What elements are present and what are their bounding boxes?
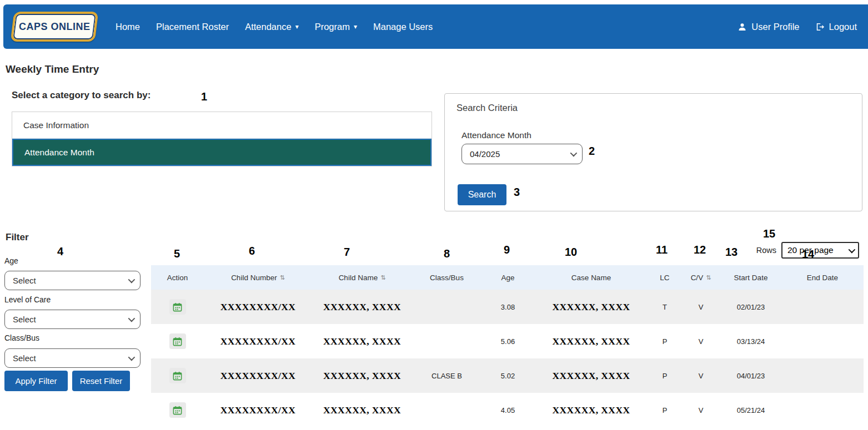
nav-placement-roster[interactable]: Placement Roster: [156, 22, 229, 32]
reset-filter-button[interactable]: Reset Filter: [72, 371, 130, 391]
user-profile-link[interactable]: User Profile: [737, 22, 799, 32]
end-date-cell: [781, 358, 864, 393]
table-row: XXXXXXXX/XX XXXXXX, XXXX CLASE B 5.02 XX…: [151, 358, 864, 393]
age-cell: 5.06: [481, 324, 534, 358]
search-criteria-title: Search Criteria: [456, 103, 518, 113]
caps-online-logo[interactable]: CAPS ONLINE: [11, 12, 99, 42]
logo-text: CAPS ONLINE: [19, 21, 91, 33]
rows-per-page-select[interactable]: 20 per page: [781, 242, 859, 259]
lc-cell: T: [648, 290, 681, 324]
action-cell: [151, 358, 204, 393]
apply-filter-button[interactable]: Apply Filter: [4, 371, 68, 391]
child-number-cell: XXXXXXXX/XX: [204, 358, 312, 393]
sort-icon: ⇅: [380, 274, 385, 281]
col-header-end-date: End Date: [781, 265, 864, 290]
category-option-attendance-month[interactable]: Attendance Month: [12, 139, 432, 166]
child-name-cell: XXXXXX, XXXX: [312, 358, 412, 393]
chevron-down-icon: [849, 246, 856, 253]
main-nav: Home Placement Roster Attendance ▾ Progr…: [116, 22, 433, 32]
category-option-case-information[interactable]: Case Information: [12, 112, 432, 139]
table-header-row: Action Child Number ⇅ Child Name ⇅ Class…: [151, 265, 864, 290]
nav-program[interactable]: Program ▾: [315, 22, 357, 32]
nav-home[interactable]: Home: [116, 22, 140, 32]
col-header-cv[interactable]: C/V ⇅: [681, 265, 720, 290]
col-header-child-name[interactable]: Child Name ⇅: [312, 265, 412, 290]
child-name-cell: XXXXXX, XXXX: [312, 290, 412, 324]
results-table: Rows 20 per page Action Child Number ⇅ C…: [151, 235, 864, 430]
page-title: Weekly Time Entry: [6, 63, 99, 75]
level-of-care-select[interactable]: Select: [4, 310, 141, 329]
chevron-down-icon: ▾: [354, 23, 357, 31]
search-button[interactable]: Search: [458, 184, 506, 205]
col-header-child-name-label: Child Name: [339, 274, 378, 282]
annotation-13: 13: [725, 246, 737, 259]
col-header-age: Age: [481, 265, 534, 290]
cv-cell: V: [681, 393, 720, 427]
end-date-cell: [781, 324, 864, 358]
col-header-case-name: Case Name: [534, 265, 648, 290]
class-bus-cell: [412, 324, 481, 358]
annotation-2: 2: [589, 145, 595, 158]
category-list: Case Information Attendance Month: [12, 112, 432, 166]
annotation-9: 9: [504, 244, 510, 256]
calendar-icon[interactable]: [169, 333, 186, 349]
col-header-start-date: Start Date: [720, 265, 781, 290]
annotation-10: 10: [565, 246, 577, 259]
sort-icon: ⇅: [706, 274, 711, 281]
calendar-icon[interactable]: [169, 299, 186, 315]
class-bus-select[interactable]: Select: [4, 348, 141, 368]
end-date-cell: [781, 393, 864, 427]
user-profile-label: User Profile: [751, 22, 799, 32]
end-date-cell: [781, 290, 864, 324]
child-number-cell: XXXXXXXX/XX: [204, 290, 312, 324]
nav-manage-users[interactable]: Manage Users: [373, 22, 433, 32]
annotation-6: 6: [249, 245, 255, 257]
action-cell: [151, 324, 204, 358]
class-bus-cell: [412, 290, 481, 324]
nav-program-label: Program: [315, 22, 350, 32]
rows-label: Rows: [756, 246, 776, 255]
annotation-15: 15: [763, 227, 775, 240]
start-date-cell: 03/13/24: [720, 324, 781, 358]
lc-cell: P: [648, 324, 681, 358]
attendance-month-value: 04/2025: [470, 149, 500, 159]
class-bus-cell: CLASE B: [412, 358, 481, 393]
cv-cell: V: [681, 324, 720, 358]
nav-attendance[interactable]: Attendance ▾: [245, 22, 299, 32]
age-select[interactable]: Select: [4, 271, 141, 290]
chevron-down-icon: [570, 150, 578, 157]
annotation-8: 8: [444, 247, 450, 260]
level-of-care-select-value: Select: [13, 315, 36, 324]
age-cell: 4.05: [481, 393, 534, 427]
annotation-3: 3: [514, 186, 520, 199]
navbar-right: User Profile Logout: [737, 22, 857, 32]
cv-cell: V: [681, 358, 720, 393]
calendar-icon[interactable]: [169, 402, 186, 418]
col-header-child-number[interactable]: Child Number ⇅: [204, 265, 312, 290]
lc-cell: P: [648, 358, 681, 393]
class-bus-label: Class/Bus: [4, 333, 39, 342]
case-name-cell: XXXXXX, XXXX: [534, 290, 648, 324]
col-header-class-bus: Class/Bus: [412, 265, 481, 290]
user-icon: [737, 22, 747, 32]
case-name-cell: XXXXXX, XXXX: [534, 358, 648, 393]
annotation-7: 7: [344, 246, 350, 259]
annotation-14: 14: [802, 248, 814, 261]
case-name-cell: XXXXXX, XXXX: [534, 393, 648, 427]
annotation-12: 12: [694, 244, 706, 256]
table-row: XXXXXXXX/XX XXXXXX, XXXX 3.08 XXXXXX, XX…: [151, 290, 864, 324]
attendance-month-select[interactable]: 04/2025: [461, 144, 583, 164]
lc-cell: P: [648, 393, 681, 427]
table-row: XXXXXXXX/XX XXXXXX, XXXX 5.06 XXXXXX, XX…: [151, 324, 864, 358]
annotation-4: 4: [57, 245, 63, 258]
child-name-cell: XXXXXX, XXXX: [312, 324, 412, 358]
child-number-cell: XXXXXXXX/XX: [204, 393, 312, 427]
start-date-cell: 04/01/23: [720, 358, 781, 393]
calendar-icon[interactable]: [169, 368, 186, 383]
action-cell: [151, 290, 204, 324]
table-row: XXXXXXXX/XX XXXXXX, XXXX 4.05 XXXXXX, XX…: [151, 393, 864, 427]
cv-cell: V: [681, 290, 720, 324]
logout-link[interactable]: Logout: [815, 22, 857, 32]
chevron-down-icon: [128, 315, 136, 322]
filter-title: Filter: [6, 232, 29, 243]
